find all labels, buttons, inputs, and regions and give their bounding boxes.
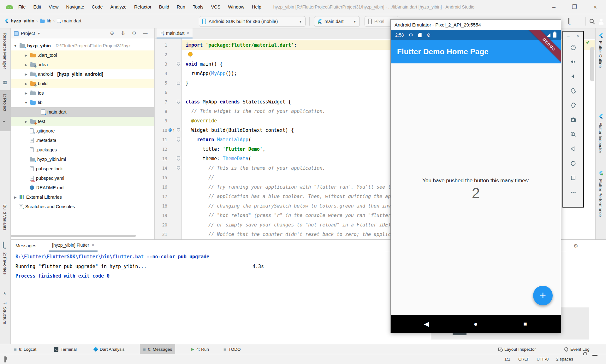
stripe-flutter-inspector[interactable]: Flutter Inspector xyxy=(598,122,603,153)
device-selector[interactable]: Android SDK built for x86 (mobile) ▼ xyxy=(199,16,306,27)
minimize-button[interactable]: – xyxy=(548,3,560,11)
more-options-icon[interactable] xyxy=(570,189,577,196)
menu-vcs[interactable]: VCS xyxy=(211,4,221,9)
messages-flutter-tab[interactable]: [hyzp_yibin] Flutter × xyxy=(49,240,98,252)
menu-window[interactable]: Window xyxy=(228,4,244,9)
fold-marker[interactable] xyxy=(177,100,180,104)
toolwindow-terminal[interactable]: >_ Terminal xyxy=(50,344,80,354)
chevron-down-icon[interactable]: ▼ xyxy=(37,32,40,35)
editor-scrollbar[interactable] xyxy=(590,47,594,81)
tree-row-readme[interactable]: i README.md xyxy=(11,183,155,192)
tree-row-build[interactable]: ▶ ⚙ build xyxy=(11,79,155,88)
menu-code[interactable]: Code xyxy=(92,4,103,9)
chevron-collapsed-icon[interactable]: ▶ xyxy=(24,91,28,95)
collapse-all-icon[interactable]: ⇊ xyxy=(120,30,127,36)
fold-marker[interactable] xyxy=(177,128,180,132)
toolwindow-messages[interactable]: ≡ 0: Messages xyxy=(140,344,175,354)
favorites-star-icon[interactable]: ★ xyxy=(3,291,7,296)
menu-navigate[interactable]: Navigate xyxy=(66,4,84,9)
toolwindow-todo[interactable]: ≡ TODO xyxy=(220,344,244,354)
hide-panel-icon[interactable]: — xyxy=(587,243,592,249)
screenshot-camera-icon[interactable] xyxy=(570,116,577,123)
fab-increment-button[interactable]: + xyxy=(533,286,553,305)
tab-close-icon[interactable]: × xyxy=(92,243,94,248)
stripe-structure[interactable]: 7: Structure xyxy=(3,302,7,324)
run-config-selector[interactable]: main.dart ▼ xyxy=(314,16,360,27)
tree-row-dart-tool[interactable]: ▶ .dart_tool xyxy=(11,50,155,60)
toolwindow-run[interactable]: ▶ 4: Run xyxy=(188,344,212,354)
chevron-collapsed-icon[interactable]: ▶ xyxy=(24,63,28,67)
tree-row-external-libraries[interactable]: ▶ External Libraries xyxy=(11,192,155,202)
toolwindow-logcat[interactable]: ≡ 6: Logcat xyxy=(11,344,39,354)
emu-overview-icon[interactable] xyxy=(570,174,577,181)
stripe-project-tab[interactable]: 1: Project xyxy=(3,93,7,111)
tree-row-lib[interactable]: ▼ lib xyxy=(11,98,155,107)
fold-marker[interactable] xyxy=(177,138,180,142)
toolwindow-dart-analysis[interactable]: Dart Analysis xyxy=(91,344,128,354)
chevron-collapsed-icon[interactable]: ▶ xyxy=(24,54,28,57)
tab-close-icon[interactable]: × xyxy=(187,31,189,36)
tree-row-main-dart[interactable]: ● main.dart xyxy=(11,107,155,117)
menu-run[interactable]: Run xyxy=(177,4,185,9)
tree-row-scratches[interactable]: ◔ Scratches and Consoles xyxy=(11,202,155,211)
line-separator[interactable]: CRLF xyxy=(518,354,529,364)
console-line[interactable]: R:\Flutter\FlutterSDK\flutter\bin\flutte… xyxy=(15,252,209,261)
toolwindow-toggle-icon[interactable] xyxy=(4,357,6,362)
override-marker-icon[interactable] xyxy=(169,128,172,132)
breadcrumb-dir[interactable]: lib xyxy=(47,18,51,23)
emulator-close-icon[interactable]: × xyxy=(577,33,579,39)
stripe-favorites[interactable]: 2: Favorites xyxy=(3,252,7,275)
breadcrumb-project[interactable]: hyzp_yibin xyxy=(11,18,34,23)
locate-file-icon[interactable]: ⊕ xyxy=(109,30,116,36)
fold-marker[interactable] xyxy=(177,81,180,85)
menu-tools[interactable]: Tools xyxy=(193,4,204,9)
settings-gear-icon[interactable]: ⚙ xyxy=(573,243,578,249)
resource-manager-icon[interactable]: ▦ xyxy=(3,79,7,85)
rotate-left-icon[interactable] xyxy=(570,87,577,94)
fold-marker[interactable] xyxy=(177,166,180,170)
tab-main-dart[interactable]: ● main.dart × xyxy=(157,28,193,38)
restore-button[interactable]: ❐ xyxy=(568,3,581,11)
chevron-expanded-icon[interactable]: ▼ xyxy=(13,44,17,48)
project-panel-title[interactable]: Project xyxy=(21,31,35,36)
toolwindow-event-log[interactable]: Event Log xyxy=(561,344,593,354)
emulator-minimize-icon[interactable]: – xyxy=(567,33,569,39)
search-everywhere-button[interactable] xyxy=(590,19,594,24)
chevron-collapsed-icon[interactable]: ▶ xyxy=(24,82,28,85)
volume-up-icon[interactable] xyxy=(570,58,577,65)
tree-row-pubspec-yaml[interactable]: YML pubspec.yaml xyxy=(11,173,155,183)
breadcrumb-file[interactable]: main.dart xyxy=(62,18,81,23)
tree-row-gitignore[interactable]: ⊘ .gitignore xyxy=(11,126,155,136)
settings-gear-icon[interactable]: ⚙ xyxy=(131,30,138,36)
sdk-manager-button[interactable]: ↓ xyxy=(568,18,569,23)
fold-marker[interactable] xyxy=(177,156,180,161)
emu-back-icon[interactable] xyxy=(570,145,577,152)
stripe-flutter-performance[interactable]: Flutter Performance xyxy=(598,179,603,217)
tree-row-metadata[interactable]: .metadata xyxy=(11,136,155,145)
menu-help[interactable]: Help xyxy=(252,4,261,9)
fold-marker[interactable] xyxy=(177,62,180,66)
hide-panel-icon[interactable]: — xyxy=(142,30,149,36)
tree-row-idea[interactable]: ▶ ⚙ .idea xyxy=(11,60,155,69)
menu-build[interactable]: Build xyxy=(159,4,169,9)
inspections-ok-icon[interactable]: ✔ xyxy=(586,39,590,46)
tree-row-iml[interactable]: ● hyzp_yibin.iml xyxy=(11,155,155,164)
nav-overview-icon[interactable]: ■ xyxy=(520,315,530,333)
toolwindow-layout-inspector[interactable]: Layout Inspector xyxy=(495,344,539,354)
chevron-collapsed-icon[interactable]: ▶ xyxy=(24,120,28,123)
intention-bulb-icon[interactable] xyxy=(188,52,193,56)
tree-row-test[interactable]: ▶ ◆ test xyxy=(11,117,155,126)
menu-view[interactable]: View xyxy=(49,4,58,9)
menu-analyze[interactable]: Analyze xyxy=(110,4,127,9)
chevron-collapsed-icon[interactable]: ▶ xyxy=(13,196,17,199)
horizontal-scrollbar[interactable] xyxy=(11,235,136,237)
emulator-screen[interactable]: DEBUG 2:58 ⚙ ⊘ Flutter Demo Home Page Yo… xyxy=(391,30,561,333)
menu-edit[interactable]: Edit xyxy=(33,4,41,9)
menu-refactor[interactable]: Refactor xyxy=(134,4,152,9)
menu-file[interactable]: File xyxy=(18,4,26,9)
emu-home-icon[interactable] xyxy=(570,160,577,167)
emulator-title-bar[interactable]: Android Emulator - Pixel_2_API_29:5554 xyxy=(391,20,561,30)
stripe-flutter-outline[interactable]: Flutter Outline xyxy=(598,41,603,68)
file-encoding[interactable]: UTF-8 xyxy=(537,354,549,364)
power-icon[interactable] xyxy=(570,44,577,51)
